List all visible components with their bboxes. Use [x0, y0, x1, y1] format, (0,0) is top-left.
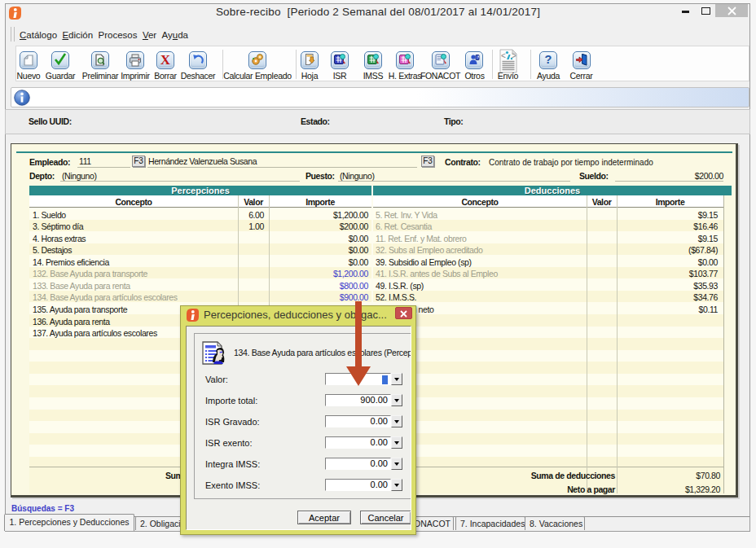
svg-text:?: ?: [545, 53, 552, 66]
svg-text:X: X: [160, 53, 171, 66]
svg-text:<: <: [501, 51, 506, 60]
